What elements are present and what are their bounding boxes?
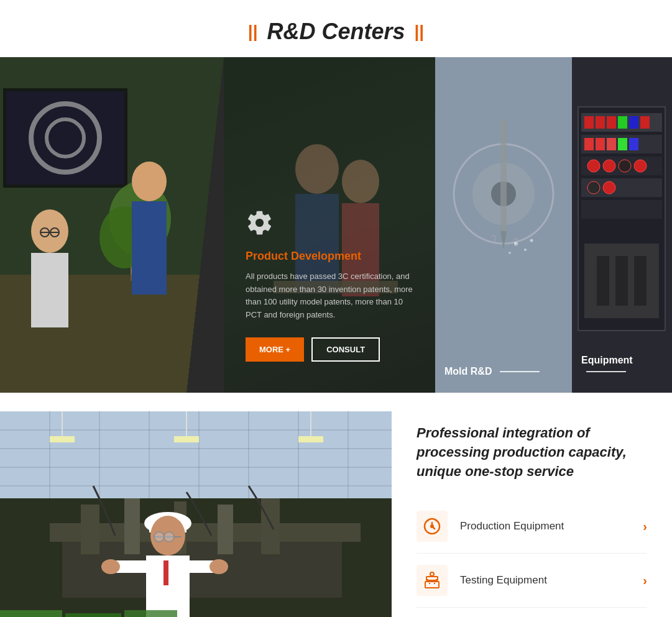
meeting-bg	[0, 57, 224, 393]
svg-point-51	[603, 160, 615, 172]
testing-equipment-chevron: ›	[643, 574, 647, 588]
svg-rect-102	[298, 436, 323, 442]
right-content: Professional integration of processing p…	[392, 411, 672, 617]
svg-point-19	[342, 160, 379, 203]
consult-button[interactable]: CONSULT	[311, 337, 380, 362]
svg-point-52	[619, 160, 631, 172]
svg-rect-37	[607, 116, 616, 129]
service-item-production-workshop[interactable]: Production Workshop ›	[417, 608, 647, 617]
svg-rect-10	[31, 253, 68, 327]
mold-label: Mold R&D ————	[444, 366, 540, 377]
svg-point-11	[132, 162, 167, 201]
svg-rect-100	[174, 436, 199, 442]
svg-rect-81	[261, 498, 280, 554]
workshop-photo	[0, 411, 392, 617]
bottom-section: Professional integration of processing p…	[0, 411, 672, 617]
service-item-testing-equipment[interactable]: Testing Equipment ›	[417, 554, 647, 608]
svg-rect-44	[607, 138, 616, 150]
product-dev-desc: All products have passed 3C certificatio…	[246, 270, 413, 322]
svg-rect-57	[597, 256, 609, 306]
svg-rect-45	[618, 138, 627, 150]
banner-btn-group: MORE + CONSULT	[246, 337, 413, 362]
testing-equipment-icon	[417, 565, 448, 596]
svg-rect-89	[163, 560, 168, 585]
title-accent-left: ||	[248, 22, 258, 42]
svg-point-53	[634, 160, 647, 172]
svg-rect-35	[584, 116, 594, 129]
svg-rect-94	[0, 610, 62, 617]
svg-rect-38	[618, 116, 627, 129]
svg-point-54	[587, 181, 600, 194]
svg-rect-59	[634, 256, 647, 306]
production-equipment-chevron: ›	[643, 519, 647, 534]
service-item-production-equipment[interactable]: Production Equipment ›	[417, 500, 647, 554]
mold-bg	[435, 57, 572, 393]
svg-point-30	[530, 239, 533, 242]
svg-rect-95	[65, 613, 121, 617]
svg-rect-62	[0, 411, 392, 498]
more-button[interactable]: MORE +	[246, 337, 304, 362]
rd-banner: Product Development All products have pa…	[0, 57, 672, 393]
svg-point-92	[101, 559, 120, 574]
integration-tagline: Professional integration of processing p…	[417, 424, 647, 481]
svg-rect-39	[629, 116, 638, 129]
svg-rect-78	[124, 498, 140, 554]
service-list: Production Equipment ›	[417, 500, 647, 617]
svg-rect-58	[615, 256, 628, 306]
svg-point-17	[295, 144, 339, 194]
svg-point-50	[587, 160, 600, 172]
svg-rect-77	[81, 505, 99, 554]
product-dev-title: Product Development	[246, 250, 413, 263]
title-accent-right: ||	[415, 22, 425, 42]
svg-point-29	[524, 249, 527, 251]
svg-rect-108	[426, 577, 438, 580]
svg-rect-12	[132, 201, 167, 295]
panel-mold: Mold R&D ————	[435, 57, 572, 393]
svg-point-9	[31, 209, 68, 253]
svg-rect-42	[584, 138, 594, 150]
production-equipment-label: Production Equipment	[460, 520, 643, 532]
svg-point-93	[209, 559, 228, 574]
svg-point-55	[603, 181, 615, 194]
svg-rect-36	[596, 116, 605, 129]
svg-rect-26	[500, 119, 507, 231]
gear-icon	[246, 209, 413, 242]
equip-bg	[572, 57, 672, 393]
svg-rect-43	[596, 138, 605, 150]
svg-point-31	[509, 252, 511, 254]
svg-rect-49	[581, 200, 662, 219]
svg-point-87	[164, 532, 174, 542]
panel-equipment: Equipment ————	[572, 57, 672, 393]
panel-product-dev: Product Development All products have pa…	[224, 57, 435, 393]
svg-rect-96	[124, 610, 177, 617]
production-equipment-icon	[417, 511, 448, 542]
page-title: R&D Centers	[267, 19, 405, 45]
svg-point-86	[154, 532, 164, 542]
testing-equipment-label: Testing Equipment	[460, 574, 643, 587]
section-title-container: || R&D Centers ||	[0, 0, 672, 57]
svg-rect-80	[218, 505, 233, 554]
svg-point-104	[430, 524, 434, 528]
svg-rect-46	[629, 138, 638, 150]
svg-point-109	[430, 572, 434, 576]
panel-meeting	[0, 57, 224, 393]
svg-rect-98	[50, 436, 75, 442]
svg-rect-105	[425, 582, 439, 588]
equipment-label: Equipment ————	[581, 355, 672, 377]
svg-rect-40	[640, 116, 650, 129]
